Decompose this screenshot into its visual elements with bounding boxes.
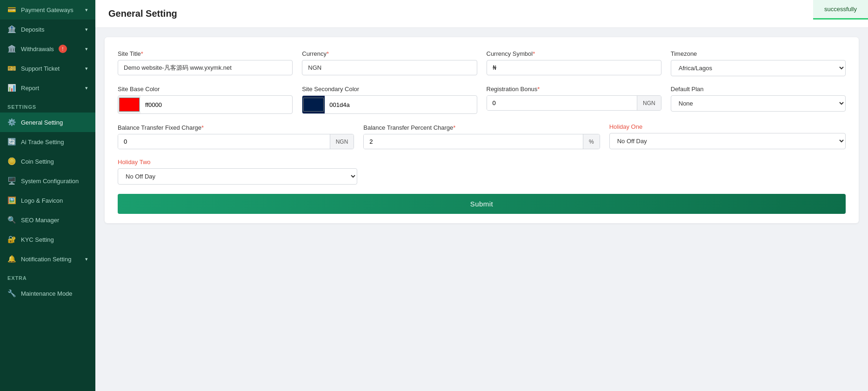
balance-transfer-percent-label: Balance Transfer Percent Charge* (363, 124, 600, 131)
form-row-3: Balance Transfer Fixed Charge* NGN Balan… (118, 123, 846, 149)
site-base-color-label: Site Base Color (118, 86, 293, 93)
sidebar-item-withdrawals[interactable]: 🏛️ Withdrawals ! ▾ (0, 39, 95, 59)
site-secondary-color-group: Site Secondary Color (302, 86, 477, 114)
holiday-one-select[interactable]: No Off Day Monday Tuesday Wednesday Thur… (609, 133, 846, 149)
site-secondary-color-input-row (302, 95, 477, 114)
general-setting-icon: ⚙️ (7, 118, 16, 126)
site-title-group: Site Title* (118, 50, 293, 76)
sidebar: 💳 Payment Gateways ▾ 🏦 Deposits ▾ 🏛️ Wit… (0, 0, 95, 391)
toast-text: successfully (824, 6, 857, 13)
balance-transfer-fixed-input[interactable] (118, 134, 330, 149)
support-ticket-icon: 🎫 (7, 64, 16, 73)
sidebar-item-notification-setting[interactable]: 🔔 Notification Setting ▾ (0, 249, 95, 269)
site-base-color-hex-input[interactable] (140, 98, 292, 112)
success-toast: successfully (813, 0, 868, 20)
balance-transfer-percent-input[interactable] (364, 134, 583, 149)
ai-trade-icon: 🔄 (7, 138, 16, 146)
chevron-down-icon: ▾ (85, 256, 88, 262)
chevron-down-icon: ▾ (85, 27, 88, 33)
default-plan-select[interactable]: None (671, 95, 846, 112)
currency-symbol-label: Currency Symbol* (487, 50, 661, 57)
form-row-4: Holiday Two No Off Day Monday Tuesday We… (118, 159, 846, 185)
sidebar-item-label: General Setting (21, 119, 63, 126)
sidebar-item-seo-manager[interactable]: 🔍 SEO Manager (0, 210, 95, 230)
notification-icon: 🔔 (7, 255, 16, 263)
site-title-input[interactable] (118, 60, 293, 75)
holiday-two-select[interactable]: No Off Day Monday Tuesday Wednesday Thur… (118, 168, 357, 185)
registration-bonus-label: Registration Bonus* (487, 86, 661, 93)
settings-section-label: SETTINGS (0, 98, 95, 113)
chevron-down-icon: ▾ (85, 85, 88, 91)
withdrawals-badge: ! (59, 45, 67, 53)
currency-label: Currency* (302, 50, 477, 57)
system-config-icon: 🖥️ (7, 177, 16, 185)
sidebar-item-payment-gateways[interactable]: 💳 Payment Gateways ▾ (0, 0, 95, 20)
currency-symbol-input[interactable] (487, 60, 661, 75)
sidebar-item-label: System Configuration (21, 178, 79, 185)
currency-group: Currency* (302, 50, 477, 76)
timezone-select[interactable]: Africa/Lagos UTC (671, 60, 846, 76)
sidebar-item-label: Notification Setting (21, 256, 71, 263)
page-header: General Setting (95, 0, 868, 28)
site-secondary-color-swatch[interactable] (302, 96, 325, 113)
general-setting-form: Site Title* Currency* Currency Symbol* T… (105, 37, 859, 223)
site-base-color-swatch[interactable] (118, 96, 140, 113)
registration-bonus-input-wrap: NGN (487, 95, 661, 111)
sidebar-item-ai-trade-setting[interactable]: 🔄 Ai Trade Setting (0, 132, 95, 152)
holiday-two-group: Holiday Two No Off Day Monday Tuesday We… (118, 159, 357, 185)
form-row-2: Site Base Color Site Secondary Color Reg… (118, 86, 846, 114)
sidebar-item-label: SEO Manager (21, 217, 59, 224)
sidebar-item-deposits[interactable]: 🏦 Deposits ▾ (0, 20, 95, 39)
sidebar-item-label: Maintenance Mode (21, 290, 73, 297)
timezone-label: Timezone (671, 50, 846, 57)
payment-gateways-icon: 💳 (7, 6, 16, 14)
deposits-icon: 🏦 (7, 25, 16, 33)
site-title-label: Site Title* (118, 50, 293, 57)
main-content: General Setting Site Title* Currency* Cu… (95, 0, 868, 391)
balance-transfer-fixed-addon: NGN (330, 134, 354, 149)
logo-favicon-icon: 🖼️ (7, 196, 16, 205)
sidebar-item-label: Payment Gateways (21, 7, 73, 13)
chevron-down-icon: ▾ (85, 7, 88, 13)
currency-symbol-group: Currency Symbol* (487, 50, 661, 76)
kyc-icon: 🔐 (7, 235, 16, 244)
site-base-color-input-row (118, 95, 293, 114)
default-plan-label: Default Plan (671, 86, 846, 93)
sidebar-item-label: Coin Setting (21, 158, 54, 165)
site-secondary-color-hex-input[interactable] (325, 98, 476, 112)
balance-transfer-fixed-group: Balance Transfer Fixed Charge* NGN (118, 124, 354, 149)
sidebar-item-logo-favicon[interactable]: 🖼️ Logo & Favicon (0, 191, 95, 210)
maintenance-icon: 🔧 (7, 289, 16, 298)
balance-transfer-percent-group: Balance Transfer Percent Charge* % (363, 124, 600, 149)
extra-section-label: EXTRA (0, 269, 95, 284)
sidebar-item-label: Report (21, 85, 39, 92)
seo-icon: 🔍 (7, 216, 16, 224)
default-plan-group: Default Plan None (671, 86, 846, 114)
holiday-one-label: Holiday One (609, 123, 846, 130)
currency-input[interactable] (302, 60, 477, 75)
sidebar-item-label: Deposits (21, 26, 45, 33)
balance-transfer-fixed-input-wrap: NGN (118, 134, 354, 149)
site-secondary-color-label: Site Secondary Color (302, 86, 477, 93)
balance-transfer-percent-addon: % (583, 134, 600, 149)
registration-bonus-input[interactable] (487, 96, 637, 110)
sidebar-item-report[interactable]: 📊 Report ▾ (0, 78, 95, 98)
sidebar-item-system-configuration[interactable]: 🖥️ System Configuration (0, 171, 95, 191)
registration-bonus-group: Registration Bonus* NGN (487, 86, 661, 114)
sidebar-item-support-ticket[interactable]: 🎫 Support Ticket ▾ (0, 59, 95, 78)
sidebar-item-maintenance-mode[interactable]: 🔧 Maintenance Mode (0, 284, 95, 303)
sidebar-item-label: Support Ticket (21, 65, 60, 72)
registration-bonus-addon: NGN (637, 96, 661, 110)
sidebar-item-kyc-setting[interactable]: 🔐 KYC Setting (0, 230, 95, 249)
withdrawals-icon: 🏛️ (7, 45, 16, 53)
submit-button[interactable]: Submit (118, 194, 846, 214)
holiday-two-label: Holiday Two (118, 159, 357, 166)
sidebar-item-coin-setting[interactable]: 🪙 Coin Setting (0, 152, 95, 171)
coin-setting-icon: 🪙 (7, 157, 16, 166)
form-row-1: Site Title* Currency* Currency Symbol* T… (118, 50, 846, 76)
chevron-down-icon: ▾ (85, 66, 88, 72)
balance-transfer-percent-input-wrap: % (363, 134, 600, 149)
timezone-group: Timezone Africa/Lagos UTC (671, 50, 846, 76)
chevron-down-icon: ▾ (85, 46, 88, 52)
sidebar-item-general-setting[interactable]: ⚙️ General Setting (0, 113, 95, 132)
